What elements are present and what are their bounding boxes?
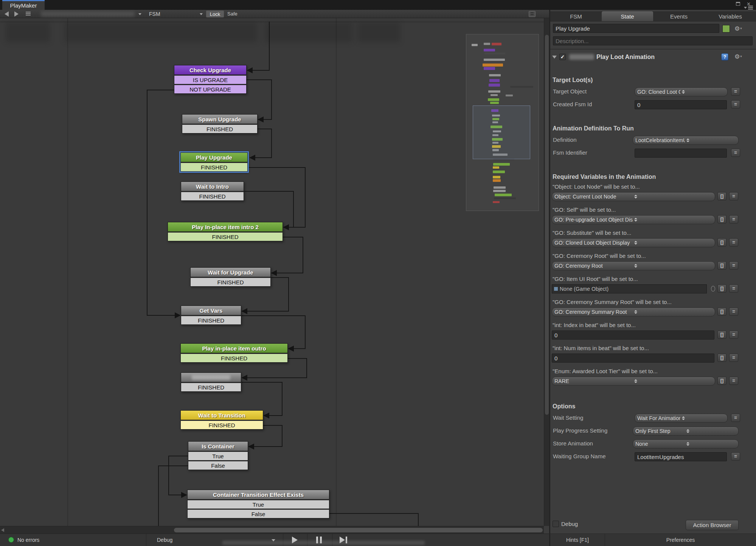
maximize-icon[interactable] <box>736 2 740 6</box>
transition-row[interactable]: NOT UPGRADE <box>174 85 247 94</box>
definition-popup[interactable]: LootCelebrationItemUpgradedAnim <box>633 136 739 145</box>
enum-awarded-loot-tier-array-button[interactable]: [] <box>717 377 727 385</box>
scroll-left-arrow-icon[interactable] <box>1 528 4 532</box>
transition-row[interactable]: FINISHED <box>181 383 241 392</box>
state-node-wait-for-upgrade[interactable]: Wait for UpgradeFINISHED <box>190 267 271 287</box>
debug-dropdown[interactable]: Debug <box>157 537 172 543</box>
horizontal-scrollbar[interactable] <box>0 526 544 534</box>
go-ceremony-summary-root-array-button[interactable]: [] <box>717 307 727 316</box>
inspector-toggle-icon[interactable] <box>529 11 536 17</box>
safe-toggle[interactable]: Safe <box>227 11 238 17</box>
go-self-popup[interactable]: GO: Pre-upgrade Loot Object Display <box>552 215 715 224</box>
fsm-dropdown[interactable]: FSM <box>149 11 160 17</box>
graph-minimap[interactable] <box>466 34 539 211</box>
enum-awarded-loot-tier-popup[interactable]: RARE <box>552 377 715 386</box>
state-node-header[interactable]: Spawn Upgrade <box>182 114 258 124</box>
action-enabled-checkbox[interactable]: ✓ <box>559 54 566 60</box>
minimap-viewport[interactable] <box>473 105 530 159</box>
go-substitute-popup[interactable]: GO: Cloned Loot Object Display <box>552 238 715 247</box>
object-loot-node-array-button[interactable]: [] <box>717 192 727 200</box>
created-fsm-id-variable-button[interactable]: = <box>731 100 740 109</box>
int-num-items-in-beat-variable-button[interactable]: = <box>729 354 738 362</box>
forward-button[interactable] <box>14 11 19 17</box>
vertical-scrollbar-thumb[interactable] <box>545 35 549 415</box>
hints-button[interactable]: Hints [F1] <box>550 534 605 546</box>
state-node-check-upgrade[interactable]: Check UpgradeIS UPGRADENOT UPGRADE <box>174 65 247 94</box>
wait-setting-popup[interactable]: Wait For Animation <box>635 414 728 423</box>
transition-row[interactable]: True <box>187 500 329 509</box>
transition-row[interactable]: True <box>188 451 248 461</box>
playmaker-window-tab[interactable]: PlayMaker <box>2 0 45 10</box>
back-button[interactable] <box>5 11 9 17</box>
waiting-group-name-field[interactable] <box>635 452 727 461</box>
transition-row[interactable]: IS UPGRADE <box>174 75 247 84</box>
menu-icon[interactable] <box>26 12 31 16</box>
tab-state[interactable]: State <box>602 11 653 21</box>
state-node-header[interactable]: Play In-place item intro 2 <box>168 222 283 232</box>
object-picker-icon[interactable] <box>711 286 715 292</box>
state-node-play-in-place-item-outro[interactable]: Play in-place item outroFINISHED <box>180 343 288 363</box>
go-ceremony-root-array-button[interactable]: [] <box>717 261 727 270</box>
transition-row[interactable]: FINISHED <box>180 354 288 363</box>
chevron-down-icon[interactable] <box>200 13 203 15</box>
vertical-scrollbar[interactable] <box>544 18 549 526</box>
tab-variables[interactable]: Variables <box>705 11 756 21</box>
go-ceremony-root-variable-button[interactable]: = <box>729 261 738 270</box>
target-object-variable-button[interactable]: = <box>731 87 740 96</box>
object-loot-node-variable-button[interactable]: = <box>729 192 738 200</box>
transition-row[interactable]: FINISHED <box>190 278 271 287</box>
state-node-play-upgrade[interactable]: Play UpgradeFINISHED <box>180 152 248 172</box>
state-node-header[interactable]: Wait to Intro <box>181 181 244 191</box>
state-node-header[interactable]: Play Upgrade <box>180 152 248 162</box>
state-node-header[interactable]: Is Container <box>188 441 248 451</box>
help-icon[interactable]: ? <box>721 53 728 60</box>
tab-fsm[interactable]: FSM <box>550 11 602 21</box>
gear-icon[interactable]: ⚙ <box>734 53 742 60</box>
go-ceremony-summary-root-popup[interactable]: GO: Ceremony Summary Root <box>552 307 715 316</box>
foldout-triangle-icon[interactable] <box>552 56 557 59</box>
state-node-play-in-place-item-intro-2[interactable]: Play In-place item intro 2FINISHED <box>168 222 283 241</box>
transition-row[interactable]: FINISHED <box>181 192 244 201</box>
go-self-variable-button[interactable]: = <box>729 215 738 223</box>
state-node-header[interactable]: Check Upgrade <box>174 65 247 75</box>
state-node-container-transition-effect-exists[interactable]: Container Transition Effect ExistsTrueFa… <box>187 490 329 518</box>
fsm-graph-canvas[interactable]: Check UpgradeIS UPGRADENOT UPGRADESpawn … <box>0 18 544 526</box>
transition-row[interactable]: FINISHED <box>180 163 248 172</box>
go-substitute-variable-button[interactable]: = <box>729 238 738 247</box>
created-fsm-id-field[interactable] <box>635 100 727 109</box>
go-item-ui-root-array-button[interactable]: [] <box>717 284 727 293</box>
state-node-wait-to-intro[interactable]: Wait to IntroFINISHED <box>181 181 244 201</box>
fsm-selection-dropdown-redacted[interactable] <box>41 12 135 17</box>
int-index-in-beat-variable-button[interactable]: = <box>729 330 738 339</box>
enum-awarded-loot-tier-variable-button[interactable]: = <box>729 377 738 385</box>
transition-row[interactable]: False <box>187 509 329 518</box>
int-num-items-in-beat-field[interactable] <box>552 354 714 363</box>
tab-events[interactable]: Events <box>653 11 705 21</box>
state-node-header[interactable]: Get Vars <box>181 306 241 315</box>
horizontal-scrollbar-thumb[interactable] <box>174 528 543 532</box>
target-object-popup[interactable]: GO: Cloned Loot Object Displa <box>635 87 728 96</box>
state-node-wait-to-transition[interactable]: Wait to TransitionFINISHED <box>180 410 263 430</box>
state-node-is-container[interactable]: Is ContainerTrueFalse <box>188 441 248 470</box>
state-node-redacted-state[interactable]: FINISHED <box>181 372 241 392</box>
state-node-header[interactable]: Play in-place item outro <box>180 343 288 353</box>
transition-row[interactable]: FINISHED <box>180 420 263 430</box>
go-ceremony-root-popup[interactable]: GO: Ceremony Root <box>552 261 715 270</box>
waiting-group-name-variable-button[interactable]: = <box>731 452 740 461</box>
gear-icon[interactable]: ⚙ <box>734 25 742 32</box>
panel-menu-icon[interactable] <box>744 6 753 9</box>
action-browser-button[interactable]: Action Browser <box>686 520 739 530</box>
state-node-header[interactable]: Wait to Transition <box>180 410 263 420</box>
go-ceremony-summary-root-variable-button[interactable]: = <box>729 307 738 316</box>
go-substitute-array-button[interactable]: [] <box>717 238 727 247</box>
debug-checkbox[interactable] <box>553 521 559 527</box>
play-progress-setting-popup[interactable]: Only First Step <box>633 427 739 436</box>
description-input[interactable] <box>553 36 753 45</box>
transition-row[interactable]: False <box>188 461 248 470</box>
int-index-in-beat-field[interactable] <box>552 330 714 340</box>
int-num-items-in-beat-array-button[interactable]: [] <box>717 354 727 362</box>
state-name-input[interactable] <box>553 24 719 33</box>
state-node-header[interactable]: Container Transition Effect Exists <box>187 490 329 499</box>
transition-row[interactable]: FINISHED <box>182 124 258 133</box>
fsm-identifier-field[interactable] <box>635 149 727 158</box>
